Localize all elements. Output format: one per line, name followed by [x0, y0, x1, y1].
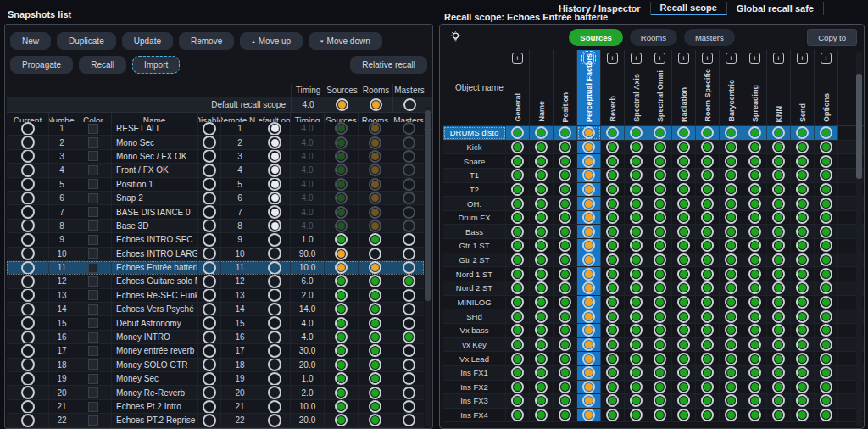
rooms-led[interactable]: [369, 400, 381, 413]
rooms-led[interactable]: [369, 122, 381, 135]
default-op-radio[interactable]: [268, 372, 281, 385]
timing-value[interactable]: 4.0: [291, 331, 325, 343]
sources-led[interactable]: [335, 400, 348, 413]
scope-led-spectral-omni[interactable]: [654, 268, 666, 281]
scope-led-reverb[interactable]: [606, 409, 619, 421]
scope-led-send[interactable]: [796, 394, 809, 407]
move-up-button[interactable]: ▴Move up: [240, 32, 303, 50]
rooms-led[interactable]: [369, 372, 381, 385]
scope-led-radiation[interactable]: [677, 296, 690, 309]
scope-led-perceptual-factors[interactable]: [582, 310, 595, 323]
scope-led-position[interactable]: [559, 381, 571, 393]
scope-led-knn[interactable]: [772, 126, 785, 139]
rooms-led[interactable]: [369, 178, 381, 191]
scope-led-name[interactable]: [535, 254, 548, 266]
scope-led-reverb[interactable]: [606, 310, 619, 323]
masters-led[interactable]: [403, 206, 415, 219]
scope-led-spectral-omni[interactable]: [654, 281, 666, 294]
current-radio[interactable]: [21, 289, 35, 302]
scope-led-spectral-omni[interactable]: [654, 366, 666, 379]
scope-led-name[interactable]: [535, 394, 548, 407]
current-radio[interactable]: [21, 359, 35, 371]
current-radio[interactable]: [21, 178, 35, 191]
color-swatch[interactable]: [88, 318, 98, 328]
tab-recall-scope[interactable]: Recall scope: [651, 2, 727, 15]
masters-led[interactable]: [403, 164, 415, 176]
relative-recall-button[interactable]: Relative recall: [350, 56, 427, 74]
scope-led-name[interactable]: [535, 353, 548, 365]
scope-led-send[interactable]: [796, 141, 809, 153]
default-op-radio[interactable]: [268, 331, 281, 343]
scope-led-knn[interactable]: [772, 141, 785, 153]
scope-led-options[interactable]: [820, 239, 832, 252]
matrix-row[interactable]: Nord 2 ST: [443, 281, 864, 296]
disable-radio[interactable]: [203, 289, 216, 302]
rooms-led[interactable]: [369, 344, 381, 357]
current-radio[interactable]: [21, 344, 35, 357]
scope-led-name[interactable]: [535, 183, 548, 196]
scope-led-reverb[interactable]: [606, 211, 619, 224]
scope-led-spreading[interactable]: [748, 353, 761, 365]
scope-led-perceptual-factors[interactable]: [582, 239, 595, 252]
snapshot-row[interactable]: 20Money Re-Reverb202.0: [7, 386, 424, 399]
scope-led-spectral-omni[interactable]: [654, 381, 666, 393]
scope-led-knn[interactable]: [772, 338, 785, 351]
color-swatch[interactable]: [88, 165, 98, 176]
filter-masters-button[interactable]: Masters: [684, 29, 735, 46]
default-op-radio[interactable]: [268, 289, 281, 302]
scope-led-barycentric[interactable]: [725, 394, 737, 407]
sources-led[interactable]: [335, 233, 348, 246]
matrix-row[interactable]: OH:: [443, 197, 864, 211]
scope-led-radiation[interactable]: [677, 211, 690, 224]
filter-rooms-button[interactable]: Rooms: [630, 29, 677, 46]
disable-radio[interactable]: [203, 220, 216, 232]
timing-value[interactable]: 4.0: [291, 122, 325, 135]
current-radio[interactable]: [21, 331, 35, 343]
timing-value[interactable]: 1.0: [291, 372, 325, 385]
timing-value[interactable]: 2.0: [291, 289, 325, 302]
masters-led[interactable]: [403, 317, 415, 330]
scope-led-barycentric[interactable]: [725, 183, 737, 196]
scope-led-spreading[interactable]: [748, 281, 761, 294]
scope-led-name[interactable]: [535, 366, 548, 379]
scope-led-spectral-axis[interactable]: [630, 211, 643, 224]
scope-led-spectral-axis[interactable]: [630, 296, 643, 309]
scope-led-reverb[interactable]: [606, 394, 619, 407]
scope-led-spreading[interactable]: [748, 183, 761, 196]
scope-led-spectral-omni[interactable]: [654, 226, 666, 238]
masters-led[interactable]: [403, 248, 415, 260]
scope-led-spectral-omni[interactable]: [654, 324, 666, 337]
timing-value[interactable]: 4.0: [291, 192, 325, 204]
default-op-radio[interactable]: [268, 414, 281, 426]
scope-led-name[interactable]: [535, 198, 548, 210]
sources-led[interactable]: [335, 317, 348, 330]
scope-led-general[interactable]: [511, 226, 524, 238]
snapshots-scrollbar-thumb[interactable]: [425, 110, 431, 301]
scope-led-name[interactable]: [535, 268, 548, 281]
matrix-row[interactable]: Ins FX2: [443, 381, 864, 395]
scope-led-barycentric[interactable]: [725, 254, 737, 266]
snapshots-scrollbar[interactable]: [425, 107, 431, 426]
scope-led-spectral-omni[interactable]: [654, 409, 666, 421]
scope-led-barycentric[interactable]: [725, 366, 737, 379]
copy-to-button[interactable]: Copy to: [807, 29, 857, 46]
scope-led-send[interactable]: [796, 324, 809, 337]
matrix-row[interactable]: Ins FX3: [443, 394, 864, 409]
scope-led-spectral-omni[interactable]: [654, 254, 666, 266]
sources-led[interactable]: [335, 359, 348, 371]
masters-led[interactable]: [403, 414, 415, 426]
update-button[interactable]: Update: [122, 32, 173, 50]
scope-led-spectral-axis[interactable]: [630, 281, 643, 294]
scope-led-perceptual-factors[interactable]: [582, 141, 595, 153]
default-op-radio[interactable]: [268, 122, 281, 135]
scope-led-send[interactable]: [796, 338, 809, 351]
scope-led-general[interactable]: [511, 281, 524, 294]
scope-led-position[interactable]: [559, 155, 571, 168]
snapshot-row[interactable]: 12Echoes Guitare solo Milieu126.0: [7, 275, 424, 288]
scope-led-position[interactable]: [559, 281, 571, 294]
snapshot-row[interactable]: 5Position 154.0: [7, 178, 424, 192]
scope-led-barycentric[interactable]: [725, 268, 737, 281]
scope-led-general[interactable]: [511, 381, 524, 393]
scope-led-radiation[interactable]: [677, 268, 690, 281]
scope-led-reverb[interactable]: [606, 141, 619, 153]
